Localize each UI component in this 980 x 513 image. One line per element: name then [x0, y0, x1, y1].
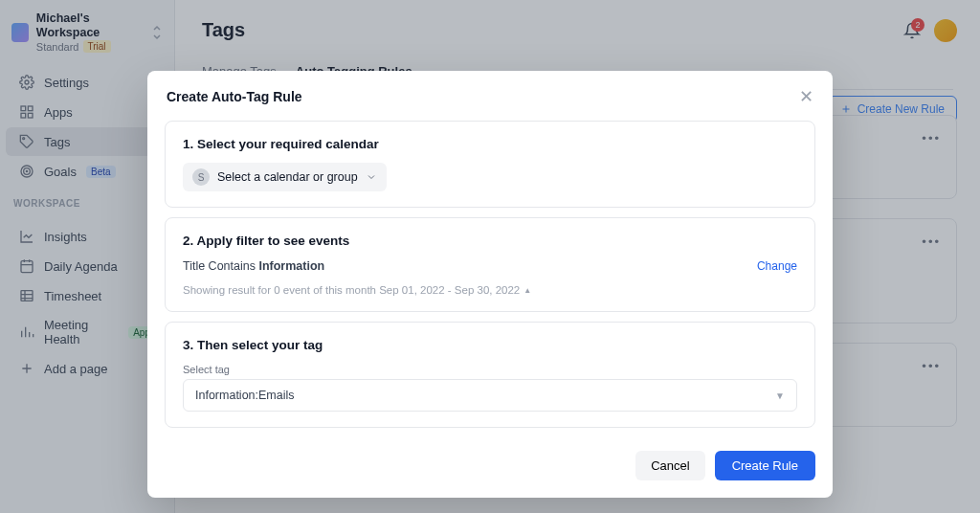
step1-panel: 1. Select your required calendar S Selec…: [165, 121, 815, 208]
chevron-down-icon: [366, 171, 377, 183]
modal-overlay: Create Auto-Tag Rule ✕ 1. Select your re…: [0, 0, 980, 513]
calendar-selector[interactable]: S Select a calendar or group: [183, 163, 387, 191]
change-filter-link[interactable]: Change: [757, 259, 797, 273]
cancel-button[interactable]: Cancel: [635, 451, 704, 480]
calendar-letter-icon: S: [192, 168, 210, 186]
step2-heading: 2. Apply filter to see events: [183, 234, 797, 248]
calendar-selected-label: Select a calendar or group: [217, 170, 358, 184]
step2-panel: 2. Apply filter to see events Title Cont…: [165, 217, 815, 312]
create-rule-button[interactable]: Create Rule: [715, 451, 815, 480]
select-tag-label: Select tag: [183, 364, 797, 375]
step3-heading: 3. Then select your tag: [183, 338, 797, 352]
filter-summary: Title Contains Information: [183, 259, 324, 273]
tag-selected-value: Information:Emails: [195, 389, 295, 402]
close-button[interactable]: ✕: [799, 86, 813, 107]
step1-heading: 1. Select your required calendar: [183, 137, 797, 151]
step3-panel: 3. Then select your tag Select tag Infor…: [165, 322, 815, 428]
caret-down-icon: ▼: [775, 390, 785, 401]
caret-up-icon: ▲: [523, 286, 531, 295]
modal-title: Create Auto-Tag Rule: [167, 89, 302, 104]
tag-select[interactable]: Information:Emails ▼: [183, 379, 797, 412]
create-auto-tag-modal: Create Auto-Tag Rule ✕ 1. Select your re…: [147, 71, 833, 498]
result-summary[interactable]: Showing result for 0 event of this month…: [183, 284, 797, 296]
